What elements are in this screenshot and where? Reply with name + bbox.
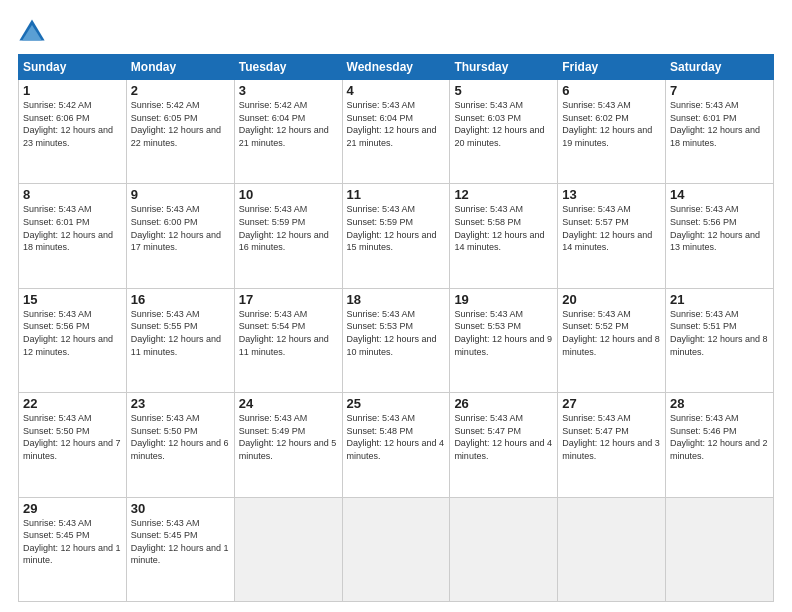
calendar-cell: 12 Sunrise: 5:43 AM Sunset: 5:58 PM Dayl… <box>450 184 558 288</box>
calendar-week-row: 15 Sunrise: 5:43 AM Sunset: 5:56 PM Dayl… <box>19 288 774 392</box>
calendar-cell: 24 Sunrise: 5:43 AM Sunset: 5:49 PM Dayl… <box>234 393 342 497</box>
sunrise-label: Sunrise: 5:43 AM <box>239 204 308 214</box>
sunset-label: Sunset: 6:05 PM <box>131 113 198 123</box>
sunset-label: Sunset: 5:54 PM <box>239 321 306 331</box>
day-info: Sunrise: 5:43 AM Sunset: 6:02 PM Dayligh… <box>562 99 661 149</box>
day-number: 2 <box>131 83 230 98</box>
calendar-cell: 21 Sunrise: 5:43 AM Sunset: 5:51 PM Dayl… <box>666 288 774 392</box>
day-info: Sunrise: 5:43 AM Sunset: 5:54 PM Dayligh… <box>239 308 338 358</box>
sunset-label: Sunset: 5:48 PM <box>347 426 414 436</box>
sunset-label: Sunset: 5:57 PM <box>562 217 629 227</box>
sunrise-label: Sunrise: 5:43 AM <box>670 204 739 214</box>
sunrise-label: Sunrise: 5:43 AM <box>454 413 523 423</box>
day-info: Sunrise: 5:43 AM Sunset: 5:45 PM Dayligh… <box>23 517 122 567</box>
day-number: 20 <box>562 292 661 307</box>
daylight-label: Daylight: 12 hours and 14 minutes. <box>454 230 544 253</box>
sunset-label: Sunset: 5:45 PM <box>131 530 198 540</box>
day-number: 29 <box>23 501 122 516</box>
day-number: 26 <box>454 396 553 411</box>
calendar-cell: 14 Sunrise: 5:43 AM Sunset: 5:56 PM Dayl… <box>666 184 774 288</box>
daylight-label: Daylight: 12 hours and 22 minutes. <box>131 125 221 148</box>
day-number: 13 <box>562 187 661 202</box>
sunset-label: Sunset: 6:01 PM <box>23 217 90 227</box>
sunrise-label: Sunrise: 5:43 AM <box>562 413 631 423</box>
calendar-cell <box>234 497 342 601</box>
day-info: Sunrise: 5:43 AM Sunset: 6:00 PM Dayligh… <box>131 203 230 253</box>
day-number: 16 <box>131 292 230 307</box>
day-number: 11 <box>347 187 446 202</box>
column-header-saturday: Saturday <box>666 55 774 80</box>
daylight-label: Daylight: 12 hours and 23 minutes. <box>23 125 113 148</box>
daylight-label: Daylight: 12 hours and 8 minutes. <box>670 334 768 357</box>
day-info: Sunrise: 5:43 AM Sunset: 6:03 PM Dayligh… <box>454 99 553 149</box>
day-number: 25 <box>347 396 446 411</box>
daylight-label: Daylight: 12 hours and 11 minutes. <box>131 334 221 357</box>
day-number: 17 <box>239 292 338 307</box>
sunset-label: Sunset: 5:55 PM <box>131 321 198 331</box>
day-info: Sunrise: 5:43 AM Sunset: 5:47 PM Dayligh… <box>562 412 661 462</box>
header <box>18 18 774 46</box>
day-info: Sunrise: 5:43 AM Sunset: 5:52 PM Dayligh… <box>562 308 661 358</box>
day-number: 23 <box>131 396 230 411</box>
calendar-cell <box>666 497 774 601</box>
calendar-cell: 26 Sunrise: 5:43 AM Sunset: 5:47 PM Dayl… <box>450 393 558 497</box>
sunrise-label: Sunrise: 5:43 AM <box>562 309 631 319</box>
day-number: 15 <box>23 292 122 307</box>
day-info: Sunrise: 5:43 AM Sunset: 5:50 PM Dayligh… <box>131 412 230 462</box>
logo <box>18 18 50 46</box>
day-number: 6 <box>562 83 661 98</box>
daylight-label: Daylight: 12 hours and 6 minutes. <box>131 438 229 461</box>
daylight-label: Daylight: 12 hours and 13 minutes. <box>670 230 760 253</box>
sunset-label: Sunset: 5:56 PM <box>670 217 737 227</box>
sunrise-label: Sunrise: 5:43 AM <box>131 413 200 423</box>
calendar-week-row: 22 Sunrise: 5:43 AM Sunset: 5:50 PM Dayl… <box>19 393 774 497</box>
day-info: Sunrise: 5:43 AM Sunset: 6:04 PM Dayligh… <box>347 99 446 149</box>
day-number: 9 <box>131 187 230 202</box>
calendar-cell: 29 Sunrise: 5:43 AM Sunset: 5:45 PM Dayl… <box>19 497 127 601</box>
daylight-label: Daylight: 12 hours and 16 minutes. <box>239 230 329 253</box>
daylight-label: Daylight: 12 hours and 14 minutes. <box>562 230 652 253</box>
day-number: 30 <box>131 501 230 516</box>
day-number: 8 <box>23 187 122 202</box>
sunset-label: Sunset: 5:53 PM <box>454 321 521 331</box>
daylight-label: Daylight: 12 hours and 2 minutes. <box>670 438 768 461</box>
day-info: Sunrise: 5:43 AM Sunset: 5:57 PM Dayligh… <box>562 203 661 253</box>
daylight-label: Daylight: 12 hours and 9 minutes. <box>454 334 552 357</box>
sunrise-label: Sunrise: 5:43 AM <box>23 204 92 214</box>
sunrise-label: Sunrise: 5:43 AM <box>131 204 200 214</box>
sunset-label: Sunset: 6:06 PM <box>23 113 90 123</box>
day-number: 14 <box>670 187 769 202</box>
day-info: Sunrise: 5:43 AM Sunset: 6:01 PM Dayligh… <box>670 99 769 149</box>
daylight-label: Daylight: 12 hours and 4 minutes. <box>454 438 552 461</box>
sunrise-label: Sunrise: 5:43 AM <box>562 204 631 214</box>
sunset-label: Sunset: 6:02 PM <box>562 113 629 123</box>
calendar-cell: 8 Sunrise: 5:43 AM Sunset: 6:01 PM Dayli… <box>19 184 127 288</box>
page: SundayMondayTuesdayWednesdayThursdayFrid… <box>0 0 792 612</box>
sunset-label: Sunset: 5:52 PM <box>562 321 629 331</box>
calendar-cell: 4 Sunrise: 5:43 AM Sunset: 6:04 PM Dayli… <box>342 80 450 184</box>
sunrise-label: Sunrise: 5:43 AM <box>670 100 739 110</box>
day-info: Sunrise: 5:43 AM Sunset: 5:59 PM Dayligh… <box>347 203 446 253</box>
sunrise-label: Sunrise: 5:43 AM <box>347 309 416 319</box>
day-info: Sunrise: 5:43 AM Sunset: 5:47 PM Dayligh… <box>454 412 553 462</box>
calendar-cell <box>450 497 558 601</box>
day-number: 1 <box>23 83 122 98</box>
sunset-label: Sunset: 5:47 PM <box>454 426 521 436</box>
day-info: Sunrise: 5:43 AM Sunset: 5:51 PM Dayligh… <box>670 308 769 358</box>
calendar-cell <box>558 497 666 601</box>
sunrise-label: Sunrise: 5:43 AM <box>454 100 523 110</box>
daylight-label: Daylight: 12 hours and 19 minutes. <box>562 125 652 148</box>
calendar-cell: 28 Sunrise: 5:43 AM Sunset: 5:46 PM Dayl… <box>666 393 774 497</box>
daylight-label: Daylight: 12 hours and 10 minutes. <box>347 334 437 357</box>
day-number: 19 <box>454 292 553 307</box>
calendar-cell: 20 Sunrise: 5:43 AM Sunset: 5:52 PM Dayl… <box>558 288 666 392</box>
day-info: Sunrise: 5:43 AM Sunset: 5:53 PM Dayligh… <box>347 308 446 358</box>
day-info: Sunrise: 5:43 AM Sunset: 5:45 PM Dayligh… <box>131 517 230 567</box>
sunset-label: Sunset: 6:04 PM <box>239 113 306 123</box>
day-number: 10 <box>239 187 338 202</box>
calendar-cell: 25 Sunrise: 5:43 AM Sunset: 5:48 PM Dayl… <box>342 393 450 497</box>
calendar-week-row: 1 Sunrise: 5:42 AM Sunset: 6:06 PM Dayli… <box>19 80 774 184</box>
daylight-label: Daylight: 12 hours and 4 minutes. <box>347 438 445 461</box>
day-info: Sunrise: 5:43 AM Sunset: 5:56 PM Dayligh… <box>23 308 122 358</box>
day-number: 21 <box>670 292 769 307</box>
